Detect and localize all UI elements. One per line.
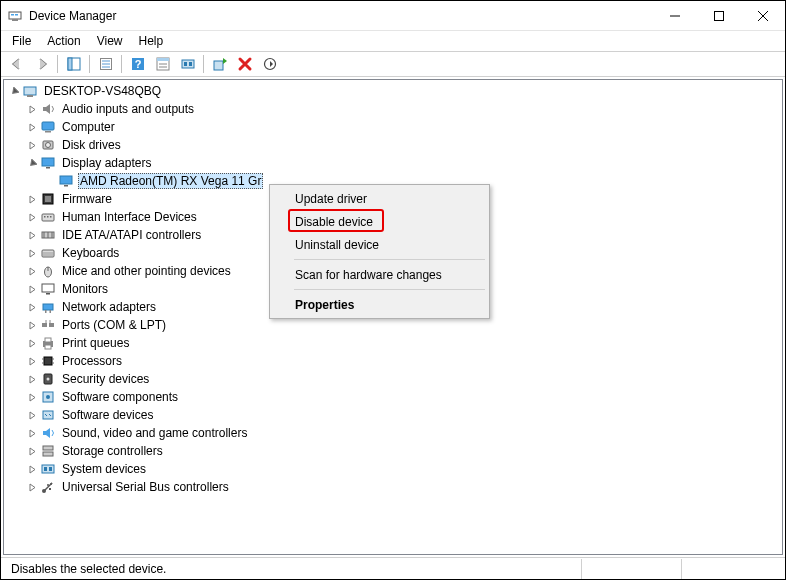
toolbar-show-hide-tree-button[interactable] — [62, 53, 85, 75]
tree-category[interactable]: Sound, video and game controllers — [4, 424, 782, 442]
tree-category-label: Mice and other pointing devices — [60, 264, 233, 278]
svg-rect-25 — [24, 87, 36, 95]
tree-category[interactable]: Audio inputs and outputs — [4, 100, 782, 118]
expander-icon[interactable] — [24, 407, 40, 423]
toolbar-help-button[interactable]: ? — [126, 53, 149, 75]
context-menu-item[interactable]: Uninstall device — [272, 233, 487, 256]
context-menu-item[interactable]: Update driver — [272, 187, 487, 210]
status-text: Disables the selected device. — [5, 559, 581, 579]
svg-rect-33 — [60, 176, 72, 184]
expander-icon[interactable] — [24, 461, 40, 477]
tree-category[interactable]: Computer — [4, 118, 782, 136]
tree-category[interactable]: Print queues — [4, 334, 782, 352]
tree-category[interactable]: Security devices — [4, 370, 782, 388]
context-menu-separator — [294, 289, 485, 290]
svg-rect-28 — [45, 131, 51, 133]
mouse-icon — [40, 263, 56, 279]
svg-rect-76 — [49, 467, 52, 471]
tree-category[interactable]: System devices — [4, 460, 782, 478]
sw-dev-icon — [40, 407, 56, 423]
svg-rect-75 — [44, 467, 47, 471]
svg-rect-23 — [214, 61, 223, 70]
expander-icon[interactable] — [24, 425, 40, 441]
toolbar-back-button[interactable] — [5, 53, 28, 75]
tree-category-label: Human Interface Devices — [60, 210, 199, 224]
context-menu-item[interactable]: Scan for hardware changes — [272, 263, 487, 286]
tree-root[interactable]: DESKTOP-VS48QBQ — [4, 82, 782, 100]
tree-category[interactable]: Universal Serial Bus controllers — [4, 478, 782, 496]
maximize-button[interactable] — [697, 1, 741, 30]
toolbar-scan-hardware-button[interactable] — [176, 53, 199, 75]
svg-rect-32 — [46, 167, 50, 169]
tree-category[interactable]: Display adapters — [4, 154, 782, 172]
toolbar-separator — [121, 55, 122, 73]
expander-icon[interactable] — [24, 371, 40, 387]
window-title: Device Manager — [29, 9, 116, 23]
minimize-button[interactable] — [653, 1, 697, 30]
context-menu-separator — [294, 259, 485, 260]
svg-rect-1 — [11, 14, 14, 16]
menu-view[interactable]: View — [90, 32, 130, 50]
expander-icon[interactable] — [24, 389, 40, 405]
context-menu-item[interactable]: Properties — [272, 293, 487, 316]
expander-icon[interactable] — [24, 245, 40, 261]
monitor-icon — [40, 281, 56, 297]
expander-icon[interactable] — [24, 119, 40, 135]
close-button[interactable] — [741, 1, 785, 30]
menu-file[interactable]: File — [5, 32, 38, 50]
printer-icon — [40, 335, 56, 351]
expander-icon[interactable] — [24, 281, 40, 297]
tree-category[interactable]: Storage controllers — [4, 442, 782, 460]
sound-icon — [40, 425, 56, 441]
svg-rect-2 — [15, 14, 18, 16]
expander-icon[interactable] — [24, 209, 40, 225]
menu-help[interactable]: Help — [132, 32, 171, 50]
expander-icon[interactable] — [24, 317, 40, 333]
expander-icon[interactable] — [24, 101, 40, 117]
tree-category-label: Universal Serial Bus controllers — [60, 480, 231, 494]
tree-category-label: Network adapters — [60, 300, 158, 314]
tree-category[interactable]: Software devices — [4, 406, 782, 424]
expander-icon[interactable] — [24, 353, 40, 369]
menu-action[interactable]: Action — [40, 32, 87, 50]
tree-category[interactable]: Processors — [4, 352, 782, 370]
tree-category[interactable]: Disk drives — [4, 136, 782, 154]
tree-category-label: Ports (COM & LPT) — [60, 318, 168, 332]
expander-icon[interactable] — [24, 227, 40, 243]
keyboard-icon — [40, 245, 56, 261]
toolbar-uninstall-button[interactable] — [233, 53, 256, 75]
toolbar-disable-button[interactable] — [258, 53, 281, 75]
expander-icon[interactable] — [6, 83, 22, 99]
titlebar: Device Manager — [1, 1, 785, 31]
svg-rect-74 — [42, 465, 54, 473]
sw-comp-icon — [40, 389, 56, 405]
tree-category-label: Security devices — [60, 372, 151, 386]
expander-icon[interactable] — [24, 191, 40, 207]
expander-icon[interactable] — [24, 479, 40, 495]
svg-point-30 — [46, 143, 51, 148]
svg-point-79 — [47, 484, 49, 486]
expander-icon[interactable] — [24, 263, 40, 279]
expander-icon[interactable] — [24, 335, 40, 351]
system-icon — [40, 461, 56, 477]
toolbar: ? — [1, 51, 785, 77]
expander-icon[interactable] — [24, 155, 40, 171]
svg-rect-56 — [49, 323, 54, 327]
toolbar-update-driver-button[interactable] — [208, 53, 231, 75]
toolbar-properties-button[interactable] — [94, 53, 117, 75]
expander-icon[interactable] — [24, 443, 40, 459]
tree-category-label: Software components — [60, 390, 180, 404]
tree-category-label: Keyboards — [60, 246, 121, 260]
storage-icon — [40, 443, 56, 459]
expander-icon[interactable] — [24, 137, 40, 153]
status-cell-2 — [581, 559, 681, 579]
svg-rect-9 — [68, 58, 72, 70]
svg-rect-5 — [715, 11, 724, 20]
context-menu-item[interactable]: Disable device — [272, 210, 487, 233]
tree-category[interactable]: Software components — [4, 388, 782, 406]
svg-rect-52 — [43, 304, 53, 310]
toolbar-console-tree-button[interactable] — [151, 53, 174, 75]
toolbar-forward-button[interactable] — [30, 53, 53, 75]
tree-category-label: Audio inputs and outputs — [60, 102, 196, 116]
expander-icon[interactable] — [24, 299, 40, 315]
